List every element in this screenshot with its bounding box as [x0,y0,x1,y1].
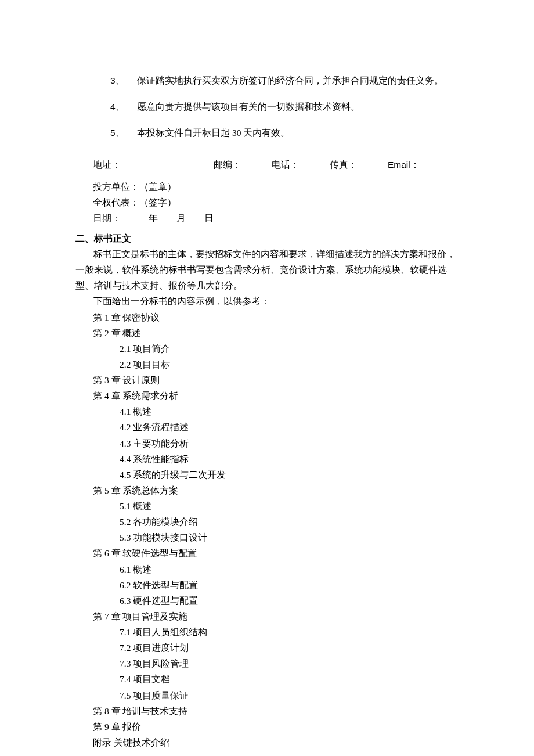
item-text: 本投标文件自开标日起 30 天内有效。 [137,125,459,141]
toc-chapter: 第 5 章 系统总体方案 [93,483,459,498]
table-of-contents: 第 1 章 保密协议第 2 章 概述2.1 项目简介2.2 项目目标第 3 章 … [93,309,459,751]
toc-section: 4.3 主要功能分析 [120,435,459,451]
toc-chapter: 第 8 章 培训与技术支持 [93,703,459,719]
toc-section: 4.2 业务流程描述 [120,419,459,435]
representative-row: 全权代表： （签字） [93,195,459,210]
document-page: 3、 保证踏实地执行买卖双方所签订的经济合同，并承担合同规定的责任义务。 4、 … [0,0,534,756]
representative-label: 全权代表： [93,195,139,210]
item-text: 保证踏实地执行买卖双方所签订的经济合同，并承担合同规定的责任义务。 [137,73,459,88]
toc-section: 7.5 项目质量保证 [120,687,459,703]
toc-section: 7.1 项目人员组织结构 [120,624,459,640]
item-number: 5、 [110,125,137,141]
toc-section: 4.5 系统的升级与二次开发 [120,467,459,483]
item-number: 3、 [110,73,137,88]
phone-label: 电话： [272,157,330,172]
toc-chapter: 附录 关键技术介绍 [93,735,459,750]
bidder-unit-row: 投方单位： （盖章） [93,179,459,195]
toc-section: 7.3 项目风险管理 [120,656,459,671]
toc-section: 6.2 软件选型与配置 [120,577,459,593]
toc-section: 5.3 功能模块接口设计 [120,530,459,545]
toc-section: 2.1 项目简介 [120,341,459,357]
toc-section: 2.2 项目目标 [120,357,459,372]
list-item: 4、 愿意向贵方提供与该项目有关的一切数据和技术资料。 [110,99,459,114]
representative-value: （签字） [139,195,176,210]
signature-block: 投方单位： （盖章） 全权代表： （签字） 日期： 年 月 日 [93,179,459,226]
date-label: 日期： [93,210,139,226]
toc-chapter: 第 2 章 概述 [93,325,459,341]
toc-section: 5.1 概述 [120,498,459,514]
toc-section: 7.2 项目进度计划 [120,640,459,656]
toc-chapter: 第 4 章 系统需求分析 [93,388,459,404]
toc-chapter: 第 7 章 项目管理及实施 [93,609,459,624]
toc-section: 7.4 项目文档 [120,671,459,687]
fax-label: 传真： [330,157,388,172]
address-label: 地址： [93,157,214,172]
email-label: Email： [388,157,420,172]
date-value: 年 月 日 [149,210,214,226]
bidder-unit-value: （盖章） [139,179,176,195]
zip-label: 邮编： [214,157,272,172]
item-number: 4、 [110,99,137,114]
toc-section: 4.1 概述 [120,404,459,419]
section-title: 二、标书正文 [75,231,459,246]
intro-paragraph: 标书正文是标书的主体，要按招标文件的内容和要求，详细描述我方的解决方案和报价，一… [75,246,459,293]
toc-section: 6.3 硬件选型与配置 [120,593,459,609]
toc-section: 6.1 概述 [120,561,459,577]
example-intro: 下面给出一分标书的内容示例，以供参考： [75,293,459,309]
contact-line: 地址： 邮编： 电话： 传真： Email： [93,157,459,172]
item-text: 愿意向贵方提供与该项目有关的一切数据和技术资料。 [137,99,459,114]
date-row: 日期： 年 月 日 [93,210,459,226]
toc-section: 4.4 系统性能指标 [120,451,459,467]
toc-section: 5.2 各功能模块介绍 [120,514,459,530]
bidder-unit-label: 投方单位： [93,179,139,195]
numbered-list: 3、 保证踏实地执行买卖双方所签订的经济合同，并承担合同规定的责任义务。 4、 … [75,73,459,141]
toc-chapter: 第 6 章 软硬件选型与配置 [93,545,459,561]
paragraph-text: 标书正文是标书的主体，要按招标文件的内容和要求，详细描述我方的解决方案和报价，一… [75,249,456,290]
list-item: 3、 保证踏实地执行买卖双方所签订的经济合同，并承担合同规定的责任义务。 [110,73,459,88]
toc-chapter: 第 9 章 报价 [93,719,459,735]
list-item: 5、 本投标文件自开标日起 30 天内有效。 [110,125,459,141]
toc-chapter: 第 1 章 保密协议 [93,309,459,325]
toc-chapter: 第 3 章 设计原则 [93,372,459,388]
